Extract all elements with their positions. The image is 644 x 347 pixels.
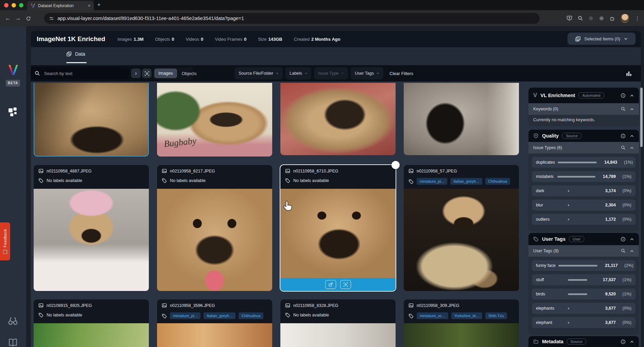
info-icon[interactable] <box>621 237 626 242</box>
user-tag-row[interactable]: birds9,520(1%) <box>532 289 636 299</box>
search-icon[interactable] <box>621 145 626 150</box>
settings-gear-icon[interactable] <box>599 16 604 21</box>
user-tag-row[interactable]: elephant3,677(0%) <box>532 317 636 328</box>
info-icon[interactable] <box>621 339 626 344</box>
extensions-puzzle-icon[interactable] <box>610 16 615 21</box>
docs-book-icon[interactable] <box>8 338 18 347</box>
image-thumbnail[interactable] <box>280 83 396 155</box>
user-tag-row[interactable]: stuff17,537(1%) <box>532 274 636 285</box>
issue-type-filter-dropdown[interactable]: Issue Type <box>314 67 348 79</box>
info-icon[interactable] <box>621 93 626 98</box>
browser-menu-icon[interactable]: ⋮ <box>635 15 640 21</box>
label-chip[interactable]: Shih-Tzu <box>485 312 507 319</box>
search-icon[interactable] <box>621 107 626 111</box>
label-chip[interactable]: Chihuahua <box>485 178 510 185</box>
tab-close-icon[interactable]: × <box>88 3 90 8</box>
explore-binoculars-icon[interactable] <box>8 316 18 326</box>
image-thumbnail[interactable] <box>404 83 519 155</box>
search-input[interactable] <box>43 71 125 76</box>
sidebar-datasets-icon[interactable] <box>7 106 18 117</box>
selection-handle[interactable] <box>391 161 400 169</box>
user-tag-row[interactable]: funny face21,117(2%) <box>532 260 636 271</box>
issue-row[interactable]: outliers1,172(0%) <box>532 214 636 225</box>
search-tabs-icon[interactable] <box>578 16 583 21</box>
issue-row[interactable]: duplicates14,843(1%) <box>532 157 636 168</box>
tab-data[interactable]: Data <box>66 51 85 57</box>
label-chip[interactable]: Chihuahua <box>239 312 264 319</box>
keywords-subheader[interactable]: Keywords (0) <box>528 103 639 115</box>
user-tag-row[interactable]: elephants3,677(0%) <box>532 303 636 314</box>
back-icon[interactable]: ← <box>3 15 13 22</box>
image-card[interactable]: n02110958_6217.JPEG No labels available <box>157 165 272 291</box>
clear-filters-button[interactable]: Clear Filters <box>389 67 413 79</box>
search-icon[interactable] <box>621 249 626 253</box>
chevron-up-icon[interactable] <box>630 93 634 98</box>
chevron-up-icon[interactable] <box>630 107 634 111</box>
cast-icon[interactable] <box>567 15 572 21</box>
label-chip[interactable]: Yorkshire_te... <box>451 312 482 319</box>
image-thumbnail-selected[interactable] <box>34 83 149 157</box>
labels-filter-dropdown[interactable]: Labels <box>285 67 311 79</box>
image-thumbnail[interactable] <box>280 323 396 347</box>
window-close-button[interactable] <box>4 3 8 7</box>
chevron-up-icon[interactable] <box>630 146 634 150</box>
source-filter-dropdown[interactable]: Source File/Folder <box>234 67 283 79</box>
user-tags-subheader[interactable]: User Tags (9) <box>528 245 639 257</box>
label-chip[interactable]: miniature_pi... <box>417 178 447 185</box>
metadata-header[interactable]: Metadata Source <box>528 336 639 347</box>
selected-items-button[interactable]: Selected Items (0) <box>568 33 636 45</box>
reload-icon[interactable] <box>23 15 33 22</box>
image-card[interactable]: n02110958_57.JPEG miniature_pi... Italia… <box>404 165 519 291</box>
chevron-up-icon[interactable] <box>630 340 634 344</box>
window-zoom-button[interactable] <box>19 3 23 7</box>
browser-profile-avatar[interactable] <box>621 14 629 23</box>
panel-scrollbar[interactable] <box>640 88 643 147</box>
issue-row[interactable]: dark3,174(0%) <box>532 185 636 196</box>
open-image-button[interactable] <box>325 280 336 289</box>
segment-images[interactable]: Images <box>154 69 177 78</box>
image-thumbnail[interactable] <box>280 189 396 278</box>
image-card[interactable]: n02108915_6925.JPEG No labels available <box>34 299 149 347</box>
image-thumbnail[interactable] <box>34 189 149 291</box>
quality-header[interactable]: Quality Source <box>528 130 639 142</box>
label-chip[interactable]: Italian_greyh... <box>204 312 235 319</box>
feedback-tab[interactable]: Feedback <box>0 222 10 260</box>
visual-layer-logo[interactable] <box>7 64 19 76</box>
search-box[interactable] <box>31 67 129 79</box>
image-thumbnail[interactable] <box>34 323 149 347</box>
label-chip[interactable]: Italian_greyh... <box>450 178 482 185</box>
issue-row[interactable]: blur2,304(0%) <box>532 200 636 211</box>
forward-icon[interactable]: → <box>13 15 23 22</box>
bookmark-star-icon[interactable]: ☆ <box>589 15 593 21</box>
user-tags-header[interactable]: User Tags User <box>528 233 639 245</box>
image-card[interactable]: n02110958_309.JPEG miniature_sc... Yorks… <box>404 299 519 347</box>
image-thumbnail[interactable] <box>157 189 272 291</box>
image-thumbnail[interactable]: Bugbaby <box>157 83 272 157</box>
segment-objects[interactable]: Objects <box>178 71 200 76</box>
image-thumbnail[interactable] <box>157 323 272 347</box>
find-similar-button[interactable] <box>340 280 351 289</box>
chevron-up-icon[interactable] <box>630 237 634 241</box>
info-icon[interactable] <box>621 133 626 139</box>
vl-enrichment-header[interactable]: V VL Enrichment Automated <box>528 88 639 103</box>
image-card-hovered[interactable]: n02110958_6710.JPEG No labels available <box>280 164 396 292</box>
chevron-up-icon[interactable] <box>630 249 634 253</box>
image-card[interactable]: n02110958_4887.JPEG No labels available <box>34 165 149 291</box>
window-minimize-button[interactable] <box>12 3 16 7</box>
issue-types-subheader[interactable]: Issue Types (6) <box>528 142 639 153</box>
address-bar[interactable]: app.visual-layer.com/dataset/891ed630-f3… <box>44 13 540 24</box>
user-tags-filter-dropdown[interactable]: User Tags <box>351 67 383 79</box>
issue-row[interactable]: mislabels14,789(1%) <box>532 171 636 182</box>
label-chip[interactable]: miniature_sc... <box>417 312 448 319</box>
new-tab-button[interactable]: + <box>97 1 101 8</box>
stats-toggle-icon[interactable] <box>626 70 632 77</box>
image-card[interactable]: n02110958_3596.JPEG miniature_pi... Ital… <box>157 299 272 347</box>
image-search-button[interactable] <box>142 69 152 78</box>
browser-tab[interactable]: Dataset Exploration × <box>27 1 94 10</box>
site-settings-icon[interactable] <box>49 16 54 21</box>
image-card[interactable]: n02110958_8328.JPEG No labels available <box>280 299 396 347</box>
image-thumbnail[interactable] <box>404 189 519 291</box>
search-submit-button[interactable]: › <box>131 69 141 78</box>
chevron-up-icon[interactable] <box>630 134 634 138</box>
label-chip[interactable]: miniature_pi... <box>170 312 201 319</box>
